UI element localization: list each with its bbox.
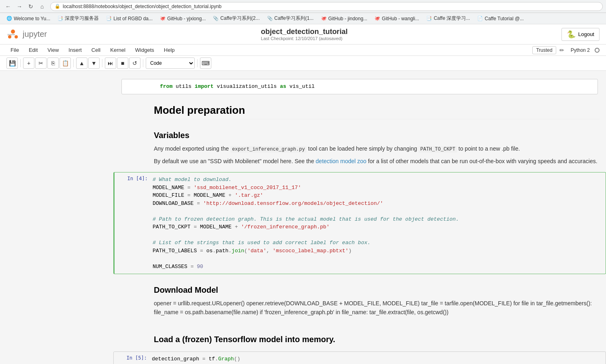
code-cell-4[interactable]: In [4]: # What model to download. MODEL_… xyxy=(113,172,606,274)
bookmark-label-9: Caffe Tutorial @... xyxy=(485,16,524,21)
bookmark-icon-2: 📑 xyxy=(106,16,112,21)
keyboard-button[interactable]: ⌨ xyxy=(200,57,211,69)
bookmark-label-1: 深度学习服务器 xyxy=(65,15,99,22)
top-code-prompt xyxy=(122,79,158,86)
detection-model-zoo-link[interactable]: detection model zoo xyxy=(316,158,366,164)
bookmark-icon-5: 📎 xyxy=(267,16,273,21)
lock-icon: 🔒 xyxy=(55,4,60,9)
reload-btn[interactable]: ↻ xyxy=(26,2,36,11)
main-content: from utils import visualization_utils as… xyxy=(0,71,606,364)
notebook-name[interactable]: object_detection_tutorial xyxy=(261,28,348,36)
svg-text:jupyter: jupyter xyxy=(7,33,15,36)
code-cell-5-prompt: In [5]: xyxy=(114,352,150,364)
bookmark-icon-9: 📄 xyxy=(477,16,483,21)
move-down-button[interactable]: ▼ xyxy=(88,57,100,69)
load-model-heading: Load a (frozen) Tensorflow model into me… xyxy=(154,335,600,344)
logout-label: Logout xyxy=(578,31,594,37)
save-button[interactable]: 💾 xyxy=(6,57,18,69)
variables-desc-2: By default we use an "SSD with Mobilenet… xyxy=(154,157,600,166)
add-cell-button[interactable]: + xyxy=(23,57,34,69)
toolbar-sep-1 xyxy=(20,59,21,67)
jupyter-header: jupyter jupyter object_detection_tutoria… xyxy=(0,24,606,45)
svg-point-2 xyxy=(8,35,11,38)
variables-desc-1: Any model exported using the export_infe… xyxy=(154,144,600,153)
model-preparation-heading: Model preparation xyxy=(154,104,600,119)
section-gap-2 xyxy=(113,324,606,332)
back-btn[interactable]: ← xyxy=(3,2,13,11)
forward-btn[interactable]: → xyxy=(15,2,24,11)
menu-widgets[interactable]: Widgets xyxy=(131,45,158,55)
download-model-heading: Download Model xyxy=(154,285,600,295)
toolbar-sep-4 xyxy=(143,59,143,67)
variables-section: Variables Any model exported using the e… xyxy=(113,128,606,172)
copy-cell-button[interactable]: ⎘ xyxy=(47,57,59,69)
bookmarks-bar: 🌐 Welcome to Yu... 📑 深度学习服务器 📑 List of R… xyxy=(0,13,606,24)
menu-bar: File Edit View Insert Cell Kernel Widget… xyxy=(0,45,606,56)
bookmark-github-yjx[interactable]: 🐙 GitHub - yjxiong... xyxy=(157,15,209,22)
cell-type-select[interactable]: Code Markdown Raw NBConvert Heading xyxy=(146,57,195,69)
bookmark-label-0: Welcome to Yu... xyxy=(14,16,50,21)
bookmark-caffe1[interactable]: 📎 Caffe学习系列(1... xyxy=(264,14,317,23)
browser-controls: ← → ↻ ⌂ xyxy=(3,2,47,11)
toolbar: 💾 + ✂ ⎘ 📋 ▲ ▼ ⏭ ■ ↺ Code Markdown Raw NB… xyxy=(0,56,606,71)
menu-edit[interactable]: Edit xyxy=(25,45,42,55)
top-code-content[interactable]: from utils import visualization_utils as… xyxy=(158,79,597,94)
cut-cell-button[interactable]: ✂ xyxy=(35,57,47,69)
menu-cell[interactable]: Cell xyxy=(87,45,104,55)
code-cell-5[interactable]: In [5]: detection_graph = tf.Graph() wit… xyxy=(113,351,606,364)
move-up-button[interactable]: ▲ xyxy=(76,57,87,69)
run-previous-button[interactable]: ⏭ xyxy=(105,57,116,69)
download-model-text: opener = urllib.request.URLopener() open… xyxy=(154,299,600,317)
menu-insert[interactable]: Insert xyxy=(64,45,86,55)
bookmark-icon-4: 📎 xyxy=(213,16,219,21)
kernel-circle-icon xyxy=(595,48,600,53)
kernel-name: Python 2 xyxy=(571,47,590,53)
code-cell-5-input: In [5]: detection_graph = tf.Graph() wit… xyxy=(114,352,606,364)
bookmark-label-7: GitHub - wangli... xyxy=(382,16,419,21)
menu-view[interactable]: View xyxy=(43,45,63,55)
home-btn[interactable]: ⌂ xyxy=(37,2,47,11)
address-bar[interactable]: 🔒 localhost:8888/notebooks/object_detect… xyxy=(50,2,603,11)
bookmark-github-jd[interactable]: 🐙 GitHub - jindong... xyxy=(318,15,371,22)
bookmark-caffe-tutorial[interactable]: 📄 Caffe Tutorial @... xyxy=(474,15,527,22)
bookmark-caffe-dl[interactable]: 📑 Caffe 深度学习... xyxy=(423,14,473,23)
bookmark-label-2: List of RGBD da... xyxy=(113,16,153,21)
browser-bar: ← → ↻ ⌂ 🔒 localhost:8888/notebooks/objec… xyxy=(0,0,606,13)
model-preparation-section: Model preparation xyxy=(113,101,606,128)
stop-button[interactable]: ■ xyxy=(117,57,128,69)
menu-help[interactable]: Help xyxy=(160,45,179,55)
menu-kernel[interactable]: Kernel xyxy=(106,45,130,55)
restart-button[interactable]: ↺ xyxy=(129,57,140,69)
notebook-area: from utils import visualization_utils as… xyxy=(113,71,606,364)
variables-heading: Variables xyxy=(154,131,600,140)
code-cell-4-content[interactable]: # What model to download. MODEL_NAME = '… xyxy=(151,172,606,274)
toolbar-sep-2 xyxy=(73,59,74,67)
pencil-icon[interactable]: ✏ xyxy=(559,47,564,53)
menu-file[interactable]: File xyxy=(6,45,23,55)
bookmark-github-wl[interactable]: 🐙 GitHub - wangli... xyxy=(371,15,422,22)
logout-button[interactable]: 🐍 Logout xyxy=(561,28,600,41)
code-cell-5-content[interactable]: detection_graph = tf.Graph() with detect… xyxy=(150,352,606,364)
bookmark-label-8: Caffe 深度学习... xyxy=(434,15,470,22)
bookmark-gpu[interactable]: 📑 深度学习服务器 xyxy=(54,14,102,23)
python-icon: 🐍 xyxy=(567,30,576,39)
svg-point-1 xyxy=(15,35,18,38)
paste-cell-button[interactable]: 📋 xyxy=(60,57,71,69)
load-model-section: Load a (frozen) Tensorflow model into me… xyxy=(113,332,606,351)
bookmark-icon-1: 📑 xyxy=(57,16,63,21)
bookmark-welcome[interactable]: 🌐 Welcome to Yu... xyxy=(3,15,53,22)
bookmark-label-3: GitHub - yjxiong... xyxy=(167,16,206,21)
trusted-badge: Trusted ✏ Python 2 xyxy=(532,46,600,54)
bookmark-icon-6: 🐙 xyxy=(321,16,327,21)
bookmark-caffe2[interactable]: 📎 Caffe学习系列(2... xyxy=(210,14,263,23)
bookmark-icon-0: 🌐 xyxy=(6,16,12,21)
checkpoint-info: Last Checkpoint: 12/10/2017 (autosaved) xyxy=(261,36,348,41)
jupyter-logo-svg: jupyter xyxy=(6,28,19,41)
toolbar-sep-3 xyxy=(102,59,102,67)
trusted-text: Trusted xyxy=(532,46,556,54)
url-text: localhost:8888/notebooks/object_detectio… xyxy=(63,4,221,9)
notebook-title-area: object_detection_tutorial Last Checkpoin… xyxy=(261,28,348,41)
bookmark-rgbd[interactable]: 📑 List of RGBD da... xyxy=(103,15,156,22)
bookmark-label-5: Caffe学习系列(1... xyxy=(274,15,314,22)
download-model-section: Download Model opener = urllib.request.U… xyxy=(113,282,606,324)
